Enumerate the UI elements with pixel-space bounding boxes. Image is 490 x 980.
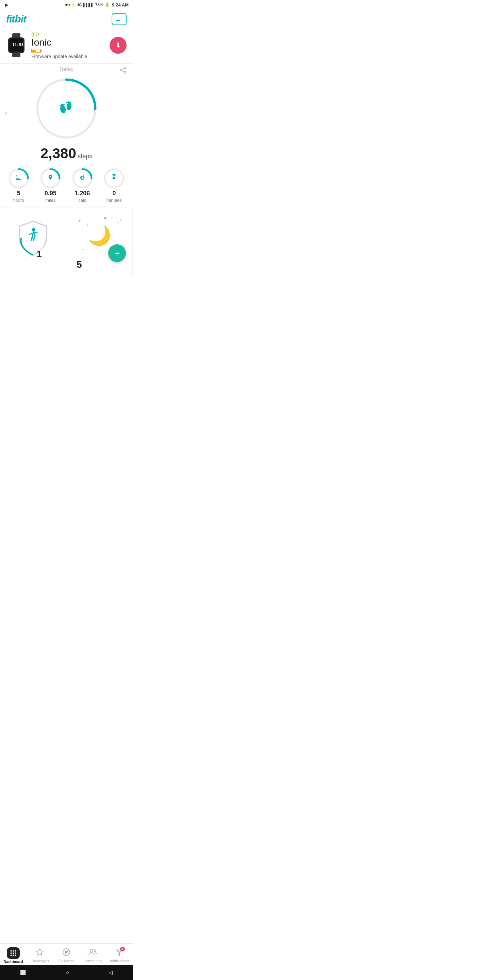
share-button[interactable]	[119, 66, 127, 76]
today-label: Today	[0, 66, 133, 73]
battery-fill	[32, 50, 36, 52]
steps-circle[interactable]	[32, 75, 100, 143]
sleep-number: 5	[72, 259, 82, 270]
firmware-text: Firmware update available	[31, 54, 106, 59]
minutes-value: 0	[112, 190, 116, 196]
menu-icon	[116, 18, 122, 21]
battery-pct: 78%	[95, 2, 103, 7]
steps-count: 2,380	[40, 145, 76, 161]
diamond-icon: ◆	[104, 216, 107, 220]
signal-bars: ▌▌▌▌	[83, 3, 94, 7]
minutes-label: minutes	[106, 198, 122, 203]
app-icon: ▶	[5, 2, 8, 8]
status-right: HI·FI ⚡ 4G ▌▌▌▌ 78% 🔋 9:24 AM	[65, 2, 129, 8]
activity-shield-svg	[16, 220, 50, 257]
prev-button[interactable]: ‹	[5, 109, 7, 118]
device-signal: ((·))	[31, 31, 106, 37]
download-icon: ⬇	[115, 41, 121, 49]
moon-icon: 🌙	[88, 224, 111, 247]
activity-number: 1	[37, 249, 42, 259]
status-left: ▶	[5, 2, 8, 8]
sleep-card[interactable]: ✦ ✦ ✧ ✦ + + ◆ ◆ 🌙 5	[66, 208, 133, 275]
battery-indicator	[31, 49, 41, 53]
svg-rect-5	[12, 52, 21, 57]
star-icon-4: ✦	[82, 248, 84, 251]
device-info: ((·)) Ionic Firmware update available	[31, 31, 106, 59]
menu-line-1	[116, 18, 122, 19]
plus-icon-2: +	[76, 246, 78, 250]
device-section: 12:58 ((·)) Ionic Firmware update availa…	[0, 29, 133, 63]
menu-button[interactable]	[111, 13, 127, 25]
app-header: fitbit	[0, 10, 133, 29]
floors-value: 5	[17, 190, 21, 196]
device-name: Ionic	[31, 37, 106, 48]
battery-tip	[41, 50, 42, 52]
miles-value: 0.95	[45, 190, 56, 196]
status-bar: ▶ HI·FI ⚡ 4G ▌▌▌▌ 78% 🔋 9:24 AM	[0, 0, 133, 10]
download-button[interactable]: ⬇	[110, 37, 127, 54]
star-icon-3: ✧	[111, 216, 113, 219]
minutes-circle	[103, 168, 124, 189]
battery-icon: 🔋	[105, 2, 110, 7]
network-icon: 4G	[77, 3, 82, 7]
stat-minutes[interactable]: 0 minutes	[98, 168, 130, 203]
svg-point-8	[124, 71, 126, 73]
steps-section: Today ‹	[0, 64, 133, 163]
fab-button[interactable]: +	[108, 244, 126, 262]
stats-row: 5 floors 0.95 miles	[0, 163, 133, 208]
wifi-signal-icon: ((·))	[31, 31, 39, 37]
nav-spacer	[0, 275, 133, 312]
menu-line-2	[116, 20, 120, 21]
time-display: 9:24 AM	[112, 2, 129, 8]
cals-icon	[79, 173, 86, 183]
svg-point-16	[63, 104, 65, 105]
svg-line-10	[122, 68, 124, 70]
svg-point-6	[124, 67, 126, 69]
svg-line-9	[122, 70, 124, 72]
activity-card[interactable]: 1	[0, 208, 66, 275]
stat-miles[interactable]: 0.95 miles	[35, 168, 67, 203]
plus-icon-1: +	[119, 217, 122, 223]
cals-label: cals	[78, 198, 86, 203]
stat-floors[interactable]: 5 floors	[3, 168, 35, 203]
floors-circle	[8, 168, 29, 189]
steps-icon	[56, 96, 76, 121]
cards-section: 1 ✦ ✦ ✧ ✦ + + ◆ ◆ 🌙 5 +	[0, 208, 133, 275]
svg-rect-0	[12, 33, 21, 38]
battery-row	[31, 49, 106, 53]
cals-value: 1,206	[75, 190, 90, 196]
hifi-icon: HI·FI	[65, 3, 70, 6]
stat-cals[interactable]: 1,206 cals	[66, 168, 98, 203]
floors-label: floors	[13, 198, 24, 203]
star-icon-1: ✦	[78, 218, 81, 223]
miles-icon	[47, 173, 53, 183]
svg-point-17	[66, 102, 72, 111]
svg-point-7	[120, 69, 122, 71]
svg-point-25	[32, 228, 35, 231]
device-image: 12:58	[5, 33, 28, 57]
minutes-icon	[110, 173, 118, 183]
cals-circle	[72, 168, 93, 189]
steps-unit: steps	[78, 153, 92, 159]
miles-circle	[40, 168, 61, 189]
svg-text:12:58: 12:58	[12, 43, 24, 47]
steps-display: 2,380 steps	[0, 145, 133, 162]
star-icon-2: ✦	[117, 221, 119, 224]
fitbit-logo: fitbit	[6, 13, 26, 25]
floors-icon	[15, 173, 22, 183]
bluetooth-icon: ⚡	[71, 3, 76, 7]
miles-label: miles	[45, 198, 56, 203]
fab-plus-icon: +	[115, 249, 119, 258]
